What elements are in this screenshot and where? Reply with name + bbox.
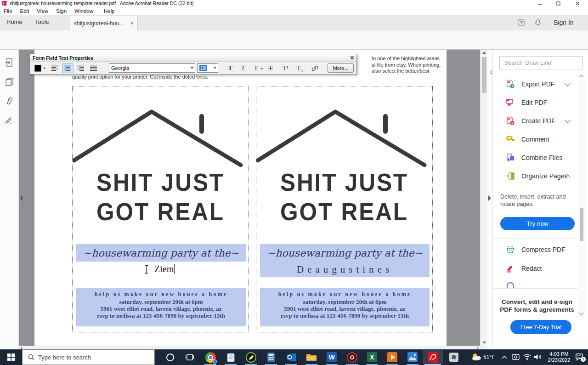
menu-window[interactable]: Window xyxy=(74,8,93,14)
sidebar-item-comment[interactable]: Comment xyxy=(493,133,578,146)
taskbar-app-excel[interactable]: X xyxy=(363,350,381,364)
close-button[interactable] xyxy=(570,0,585,6)
sidebar-item-edit-pdf[interactable]: Edit PDF xyxy=(493,97,578,109)
align-left-icon[interactable] xyxy=(49,63,61,73)
sidebar-item-organize-pages[interactable]: Organize Pages xyxy=(493,170,578,183)
temperature-label[interactable]: 51°F xyxy=(483,354,495,360)
align-center-icon[interactable] xyxy=(62,63,74,73)
tab-home[interactable]: Home xyxy=(6,18,23,25)
party-details-block[interactable]: help us make our new house a home saturd… xyxy=(260,288,430,326)
align-justify-icon[interactable] xyxy=(88,63,99,73)
sign-in-button[interactable]: Sign In xyxy=(554,19,574,26)
sidebar-item-redact[interactable]: Redact xyxy=(493,262,578,275)
collapse-left-panel-icon[interactable] xyxy=(20,195,23,201)
tab-close-icon[interactable]: × xyxy=(130,20,134,27)
menu-edit[interactable]: Edit xyxy=(20,8,29,14)
page-thumbnails-icon[interactable] xyxy=(5,77,14,86)
underline-button[interactable]: T xyxy=(250,63,261,73)
taskbar-app-chrome[interactable] xyxy=(201,350,220,364)
taskbar-search[interactable] xyxy=(22,349,155,365)
menu-file[interactable]: File xyxy=(4,8,12,14)
sidebar-item-create-pdf[interactable]: Create PDF xyxy=(493,115,578,128)
help-icon[interactable]: ? xyxy=(518,19,525,26)
taskbar-app-calculator[interactable] xyxy=(262,350,280,364)
underline-dropdown-icon[interactable] xyxy=(260,68,263,69)
action-center-icon[interactable]: 1 xyxy=(575,353,583,361)
form-properties-close-icon[interactable] xyxy=(349,55,355,61)
vertical-scroll-thumb[interactable] xyxy=(482,57,486,93)
form-properties-title[interactable]: Form Field Text Properties xyxy=(30,54,356,62)
menu-view[interactable]: View xyxy=(37,8,48,14)
taskbar-search-input[interactable] xyxy=(38,354,144,361)
taskbar-app-acrobat-active[interactable] xyxy=(423,350,443,364)
taskbar-app-notepad[interactable] xyxy=(221,350,240,364)
taskbar-app-secondary[interactable] xyxy=(445,350,463,364)
subscript-button[interactable]: T₁ xyxy=(294,63,305,73)
volume-icon[interactable] xyxy=(534,354,542,360)
align-right-icon[interactable] xyxy=(75,63,86,73)
tools-search-input[interactable] xyxy=(499,56,582,69)
taskbar-app-media-player[interactable] xyxy=(383,350,401,364)
expand-right-panel-icon[interactable] xyxy=(488,195,491,201)
font-size-select[interactable]: 18 xyxy=(197,63,218,73)
tab-document[interactable]: shitjustgotreal-hou... × xyxy=(70,16,138,30)
scroll-up-icon[interactable] xyxy=(579,75,584,80)
taskbar-app-photos[interactable] xyxy=(403,350,422,364)
insert-link-icon[interactable] xyxy=(309,63,320,73)
font-family-select[interactable]: Georgia xyxy=(109,63,195,73)
attachments-icon[interactable] xyxy=(5,97,13,106)
try-now-button[interactable]: Try now xyxy=(500,217,575,230)
free-trial-button[interactable]: Free 7-Day Trial xyxy=(510,320,571,334)
combine-files-icon xyxy=(506,153,515,162)
script-line-field[interactable]: ~housewarming party at the~ xyxy=(260,244,430,262)
document-vertical-scrollbar[interactable] xyxy=(480,50,487,346)
family-name-field[interactable]: Ziem xyxy=(76,262,246,277)
notifications-bell-icon[interactable] xyxy=(534,19,542,26)
strikethrough-button[interactable]: T xyxy=(265,63,276,73)
party-details-block[interactable]: help us make our new house a home saturd… xyxy=(76,288,246,326)
redact-icon xyxy=(506,264,515,273)
chevron-down-icon[interactable] xyxy=(565,117,571,123)
scroll-down-icon[interactable] xyxy=(482,342,486,344)
start-button[interactable] xyxy=(0,349,22,365)
taskbar-app-file-explorer[interactable] xyxy=(302,350,321,364)
signatures-panel-icon[interactable] xyxy=(5,116,14,125)
document-horizontal-scrollbar[interactable] xyxy=(19,346,480,349)
document-viewport[interactable]: to one of the highlighted areas al file … xyxy=(19,50,480,349)
bookmarks-panel-icon[interactable] xyxy=(5,58,14,67)
bold-button[interactable]: T xyxy=(225,63,236,73)
scroll-down-icon[interactable] xyxy=(579,311,584,315)
acrobat-app-icon xyxy=(2,1,7,6)
tab-tools[interactable]: Tools xyxy=(35,18,49,25)
sidebar-scroll-thumb[interactable] xyxy=(580,208,583,241)
more-properties-button[interactable]: More... xyxy=(328,63,354,73)
taskbar-app-camera[interactable] xyxy=(343,350,361,364)
sidebar-scrollbar[interactable] xyxy=(578,74,585,317)
weather-icon[interactable] xyxy=(471,352,481,361)
scroll-up-icon[interactable] xyxy=(482,51,486,54)
chevron-down-icon[interactable] xyxy=(565,80,571,86)
taskbar-app-outlook[interactable] xyxy=(282,350,300,364)
menu-help[interactable]: Help xyxy=(104,8,115,14)
maximize-button[interactable] xyxy=(550,0,566,6)
task-view-icon[interactable] xyxy=(181,350,199,364)
taskbar-clock[interactable]: 4:03 PM 2/23/2022 xyxy=(544,351,574,363)
color-dropdown-icon[interactable] xyxy=(43,68,46,69)
sidebar-item-compress-pdf[interactable]: Compress PDF xyxy=(493,244,578,257)
taskbar-app-annotation-tool[interactable] xyxy=(242,350,260,364)
cortana-icon[interactable] xyxy=(161,350,179,364)
sidebar-item-export-pdf[interactable]: Export PDF xyxy=(493,78,578,91)
script-line-field[interactable]: ~housewarming party at the~ xyxy=(76,244,246,262)
superscript-button[interactable]: T¹ xyxy=(280,63,291,73)
menu-sign[interactable]: Sign xyxy=(56,8,67,14)
italic-button[interactable]: T xyxy=(237,63,249,73)
sidebar-item-combine-files[interactable]: Combine Files xyxy=(493,152,578,165)
tray-expand-icon[interactable] xyxy=(502,355,507,359)
wifi-icon[interactable] xyxy=(523,354,531,360)
text-color-swatch[interactable] xyxy=(34,63,42,73)
meet-now-icon[interactable] xyxy=(512,354,520,361)
card-headline: SHIT JUST GOT REAL xyxy=(263,167,425,226)
taskbar-app-word[interactable]: W xyxy=(322,350,341,364)
family-name-field[interactable]: Deaugustines xyxy=(260,262,430,277)
minimize-button[interactable] xyxy=(532,0,548,6)
